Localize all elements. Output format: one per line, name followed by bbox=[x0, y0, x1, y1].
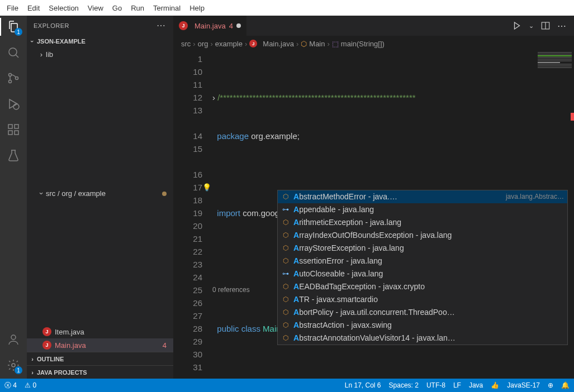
suggest-item[interactable]: ⬡AssertionError - java.lang bbox=[278, 255, 567, 267]
svg-point-2 bbox=[9, 80, 12, 83]
status-lang[interactable]: Java bbox=[469, 381, 483, 389]
file-main-java[interactable]: J Main.java 4 bbox=[27, 338, 173, 352]
menubar[interactable]: File Edit Selection View Go Run Terminal… bbox=[0, 0, 574, 16]
java-file-icon: J bbox=[42, 341, 51, 350]
suggest-item[interactable]: ⬡ArrayIndexOutOfBoundsException - java.l… bbox=[278, 229, 567, 242]
explorer-icon[interactable]: 1 bbox=[7, 20, 20, 34]
menu-go[interactable]: Go bbox=[108, 2, 126, 15]
svg-point-9 bbox=[11, 335, 16, 340]
svg-point-0 bbox=[9, 48, 17, 56]
svg-rect-6 bbox=[8, 131, 12, 135]
menu-help[interactable]: Help bbox=[185, 2, 209, 15]
menu-view[interactable]: View bbox=[83, 2, 108, 15]
editor-more-icon[interactable]: ⋯ bbox=[557, 21, 567, 31]
run-debug-icon[interactable] bbox=[7, 97, 20, 111]
sidebar-more-icon[interactable]: ⋯ bbox=[156, 20, 167, 31]
folder-root[interactable]: ›JSON-EXAMPLE bbox=[27, 35, 173, 47]
svg-point-10 bbox=[12, 364, 15, 367]
settings-badge: 1 bbox=[15, 366, 22, 374]
interface-icon: ⊶ bbox=[281, 270, 290, 279]
class-icon: ⬡ bbox=[281, 283, 290, 291]
gutter: 110111213 141516 1718192021 2223242526 2… bbox=[173, 51, 212, 379]
suggest-item[interactable]: ⬡AEADBadTagException - javax.crypto bbox=[278, 280, 567, 293]
class-icon: ⬡ bbox=[281, 334, 290, 343]
suggest-item[interactable]: ⊶AutoCloseable - java.lang bbox=[278, 267, 567, 280]
outline-pane[interactable]: ›OUTLINE bbox=[27, 352, 173, 365]
suggest-item[interactable]: ⊶Appendable - java.lang bbox=[278, 203, 567, 216]
suggest-item[interactable]: ⬡AbortPolicy - java.util.concurrent.Thre… bbox=[278, 306, 567, 319]
split-editor-icon[interactable] bbox=[540, 21, 551, 31]
suggest-item[interactable]: ⬡ArrayStoreException - java.lang bbox=[278, 242, 567, 255]
java-file-icon: J bbox=[42, 327, 51, 336]
chevron-down-icon[interactable]: ⌄ bbox=[529, 22, 534, 30]
suggest-item[interactable]: ⬡AbstractMethodError - java.…java.lang.A… bbox=[278, 190, 567, 203]
code-editor[interactable]: 110111213 141516 1718192021 2223242526 2… bbox=[173, 51, 574, 379]
search-icon[interactable] bbox=[7, 46, 20, 59]
class-icon: ⬡ bbox=[281, 244, 290, 253]
thumbs-up-icon[interactable]: 👍 bbox=[491, 381, 499, 389]
testing-icon[interactable] bbox=[7, 149, 20, 162]
status-errors[interactable]: ⓧ 4 bbox=[4, 381, 17, 390]
tree-lib[interactable]: ›lib bbox=[27, 47, 173, 61]
menu-file[interactable]: File bbox=[2, 2, 23, 15]
suggest-item[interactable]: ⬡AbstractAction - javax.swing bbox=[278, 319, 567, 332]
bell-icon[interactable]: 🔔 bbox=[561, 381, 570, 389]
sidebar-title: EXPLORER bbox=[34, 22, 69, 29]
codelens[interactable]: 0 references bbox=[212, 284, 250, 297]
svg-rect-7 bbox=[15, 131, 18, 135]
source-control-icon[interactable] bbox=[7, 71, 20, 85]
class-icon: ⬡ bbox=[281, 193, 290, 202]
svg-rect-8 bbox=[15, 125, 18, 128]
javaprojects-pane[interactable]: ›JAVA PROJECTS bbox=[27, 365, 173, 379]
status-cursor[interactable]: Ln 17, Col 6 bbox=[345, 381, 381, 389]
tree-src[interactable]: ›src / org / example bbox=[27, 61, 173, 325]
svg-point-1 bbox=[9, 74, 12, 77]
status-jdk[interactable]: JavaSE-17 bbox=[507, 381, 540, 389]
class-icon: ⬡ bbox=[281, 231, 290, 240]
minimap-error-marker bbox=[571, 113, 574, 121]
status-bar: ⓧ 4 ⚠ 0 Ln 17, Col 6 Spaces: 2 UTF-8 LF … bbox=[0, 379, 574, 392]
dirty-dot-icon bbox=[236, 23, 241, 28]
menu-selection[interactable]: Selection bbox=[44, 2, 83, 15]
status-eol[interactable]: LF bbox=[453, 381, 461, 389]
extensions-icon[interactable] bbox=[7, 123, 20, 136]
tab-main-java[interactable]: J Main.java 4 bbox=[173, 16, 247, 36]
tab-bar: J Main.java 4 ⌄ ⋯ bbox=[173, 16, 574, 36]
explorer-badge: 1 bbox=[15, 28, 22, 36]
class-icon: ⬡ bbox=[281, 321, 290, 330]
java-file-icon: J bbox=[179, 21, 188, 30]
suggest-widget[interactable]: ⬡AbstractMethodError - java.…java.lang.A… bbox=[277, 190, 568, 345]
run-button[interactable] bbox=[512, 21, 522, 31]
activity-bar: 1 1 bbox=[0, 16, 27, 379]
settings-icon[interactable]: 1 bbox=[7, 358, 20, 372]
accounts-icon[interactable] bbox=[7, 333, 20, 346]
class-icon: ⬡ bbox=[281, 257, 290, 266]
file-item-java[interactable]: J Item.java bbox=[27, 325, 173, 338]
suggest-item[interactable]: ⬡ATR - javax.smartcardio bbox=[278, 293, 567, 306]
class-icon: ⬡ bbox=[281, 308, 290, 317]
lightbulb-icon[interactable]: 💡 bbox=[202, 181, 211, 194]
modified-dot-icon bbox=[162, 192, 167, 196]
status-spaces[interactable]: Spaces: 2 bbox=[389, 381, 419, 389]
class-icon: ⬡ bbox=[281, 295, 290, 304]
menu-terminal[interactable]: Terminal bbox=[149, 2, 185, 15]
sidebar: EXPLORER ⋯ ›JSON-EXAMPLE ›lib ›src / org… bbox=[27, 16, 173, 379]
breadcrumb[interactable]: src› org› example› JMain.java› ⬡Main› ⬚m… bbox=[173, 36, 574, 51]
suggest-item[interactable]: ⬡ArithmeticException - java.lang bbox=[278, 216, 567, 229]
suggest-item[interactable]: ⬡AbstractAnnotationValueVisitor14 - java… bbox=[278, 332, 567, 345]
svg-point-3 bbox=[16, 77, 18, 80]
source[interactable]: 💡 › /***********************************… bbox=[212, 51, 574, 379]
status-encoding[interactable]: UTF-8 bbox=[426, 381, 445, 389]
feedback-icon[interactable]: ⊕ bbox=[548, 381, 553, 389]
class-icon: ⬡ bbox=[281, 218, 290, 227]
interface-icon: ⊶ bbox=[281, 205, 290, 214]
svg-rect-5 bbox=[8, 125, 12, 128]
status-warnings[interactable]: ⚠ 0 bbox=[25, 381, 36, 389]
editor-group: J Main.java 4 ⌄ ⋯ src› org› example› JMa… bbox=[173, 16, 574, 379]
menu-run[interactable]: Run bbox=[126, 2, 149, 15]
menu-edit[interactable]: Edit bbox=[23, 2, 44, 15]
